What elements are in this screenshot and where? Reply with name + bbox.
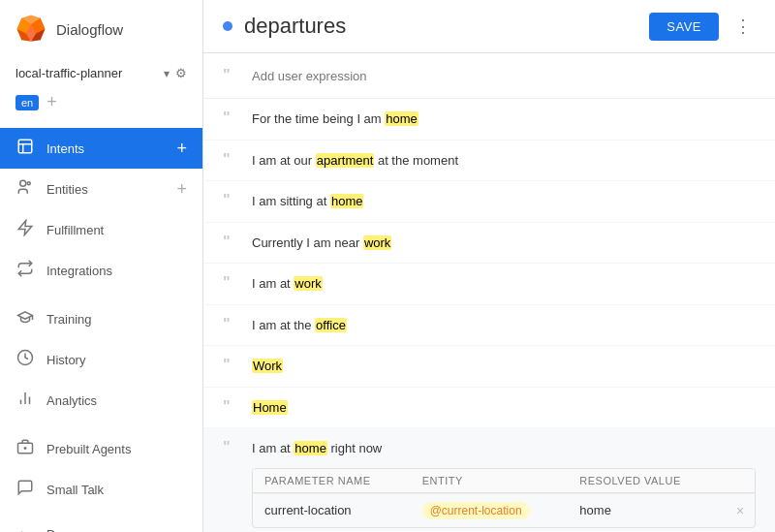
lang-badge[interactable]: en <box>16 95 39 110</box>
sidebar-item-training[interactable]: Training <box>0 298 202 339</box>
settings-icon[interactable]: ⚙ <box>175 66 187 80</box>
fulfillment-label: Fulfillment <box>46 223 187 237</box>
add-lang-icon[interactable]: + <box>46 92 57 112</box>
expressions-container: "For the time being I am home"I am at ou… <box>203 99 775 532</box>
intents-icon <box>16 138 35 159</box>
main-content: departures SAVE ⋮ " "For the time being … <box>203 0 775 532</box>
param-header-row: PARAMETER NAMEENTITYRESOLVED VALUE <box>253 469 755 493</box>
expression-content: Home <box>252 398 756 418</box>
quote-icon: " <box>223 316 242 333</box>
add-expression-input[interactable] <box>252 69 756 83</box>
expression-row[interactable]: "I am at home right nowPARAMETER NAMEENT… <box>203 428 775 532</box>
highlighted-entity: home <box>385 111 418 126</box>
quote-icon: " <box>223 234 242 251</box>
highlighted-entity: office <box>315 318 347 332</box>
quote-icon: " <box>223 398 242 416</box>
lang-row: en + <box>0 88 202 120</box>
sidebar-item-history[interactable]: History <box>0 339 202 380</box>
save-button[interactable]: SAVE <box>649 13 719 41</box>
param-delete-button[interactable]: × <box>726 499 755 522</box>
expression-row[interactable]: "Currently I am near work <box>203 223 775 265</box>
quote-icon: " <box>223 67 242 84</box>
svg-point-10 <box>20 180 26 186</box>
docs-label: Docs <box>46 527 187 532</box>
svg-point-11 <box>27 182 30 185</box>
analytics-label: Analytics <box>46 393 187 408</box>
parameter-table: PARAMETER NAMEENTITYRESOLVED VALUEcurren… <box>252 468 756 528</box>
more-icon[interactable]: ⋮ <box>730 12 756 41</box>
param-resolved-cell[interactable]: home <box>568 495 726 525</box>
highlighted-entity: work <box>363 235 391 250</box>
param-name-cell[interactable]: current-location <box>253 495 411 525</box>
sidebar-item-prebuilt[interactable]: Prebuilt Agents <box>0 428 202 469</box>
svg-marker-12 <box>18 221 32 235</box>
sidebar-item-fulfillment[interactable]: Fulfillment <box>0 209 202 250</box>
param-row: current-location@current-locationhome× <box>253 493 755 527</box>
highlighted-entity: home <box>294 441 327 455</box>
logo-text: Dialogflow <box>56 21 123 38</box>
highlighted-entity: work <box>294 276 322 291</box>
training-icon <box>16 308 35 329</box>
expression-row[interactable]: "Work <box>203 346 775 388</box>
analytics-icon <box>16 390 35 411</box>
quote-icon: " <box>223 192 242 209</box>
sidebar-item-docs[interactable]: ▶ Docs <box>0 517 202 532</box>
expression-text: I am at our apartment at the moment <box>252 153 458 168</box>
expression-row[interactable]: "Home <box>203 388 775 429</box>
expression-content: Currently I am near work <box>252 234 756 253</box>
prebuilt-icon <box>16 438 35 459</box>
sidebar-item-entities[interactable]: Entities + <box>0 169 202 209</box>
history-label: History <box>46 353 187 367</box>
main-header: departures SAVE ⋮ <box>203 0 775 53</box>
expression-text: I am at work <box>252 276 323 291</box>
sidebar: Dialogflow local-traffic-planner ▾ ⚙ en … <box>0 0 203 532</box>
expression-row[interactable]: "I am at work <box>203 264 775 305</box>
small-talk-label: Small Talk <box>46 483 187 497</box>
intents-label: Intents <box>46 141 165 156</box>
expression-content: Work <box>252 357 756 376</box>
quote-icon: " <box>223 274 242 292</box>
quote-icon: " <box>223 357 242 374</box>
small-talk-icon <box>16 479 35 500</box>
prebuilt-label: Prebuilt Agents <box>46 442 187 456</box>
sidebar-item-integrations[interactable]: Integrations <box>0 250 202 291</box>
expression-content: I am at home right nowPARAMETER NAMEENTI… <box>252 439 756 532</box>
highlighted-entity: home <box>330 194 364 208</box>
expression-content: I am sitting at home <box>252 192 756 211</box>
sidebar-item-small-talk[interactable]: Small Talk <box>0 469 202 510</box>
entities-icon <box>16 178 35 200</box>
status-dot <box>223 21 232 31</box>
history-icon <box>16 349 35 370</box>
expression-text: Home <box>252 400 288 415</box>
highlighted-entity: Home <box>252 400 288 415</box>
expressions-list: " "For the time being I am home"I am at … <box>203 53 775 532</box>
sidebar-item-intents[interactable]: Intents + <box>0 128 202 169</box>
quote-icon: " <box>223 110 242 127</box>
expression-text: For the time being I am home <box>252 111 418 126</box>
expression-text: I am at the office <box>252 318 347 332</box>
add-intent-icon[interactable]: + <box>176 139 187 159</box>
param-entity-cell[interactable]: @current-location <box>411 494 569 527</box>
expression-row[interactable]: "I am at the office <box>203 305 775 347</box>
param-col-header: ENTITY <box>411 469 569 492</box>
expression-row[interactable]: "I am at our apartment at the moment <box>203 141 775 182</box>
agent-row[interactable]: local-traffic-planner ▾ ⚙ <box>0 58 202 88</box>
sidebar-item-analytics[interactable]: Analytics <box>0 380 202 421</box>
entity-tag: @current-location <box>422 502 530 519</box>
expand-icon: ▶ <box>16 528 35 533</box>
expression-row[interactable]: "I am sitting at home <box>203 181 775 223</box>
param-col-header: PARAMETER NAME <box>253 469 411 492</box>
expression-text: Work <box>252 359 283 373</box>
quote-icon: " <box>223 151 242 169</box>
add-entity-icon[interactable]: + <box>176 179 187 200</box>
expression-text: Currently I am near work <box>252 235 391 250</box>
chevron-down-icon[interactable]: ▾ <box>164 67 170 80</box>
expression-text: I am sitting at home <box>252 194 363 208</box>
entities-label: Entities <box>46 182 165 197</box>
param-col-header <box>726 469 755 492</box>
param-col-header: RESOLVED VALUE <box>568 469 726 492</box>
add-expression-row[interactable]: " <box>203 53 775 99</box>
fulfillment-icon <box>16 219 35 240</box>
agent-name: local-traffic-planner <box>16 66 158 80</box>
expression-row[interactable]: "For the time being I am home <box>203 99 775 141</box>
